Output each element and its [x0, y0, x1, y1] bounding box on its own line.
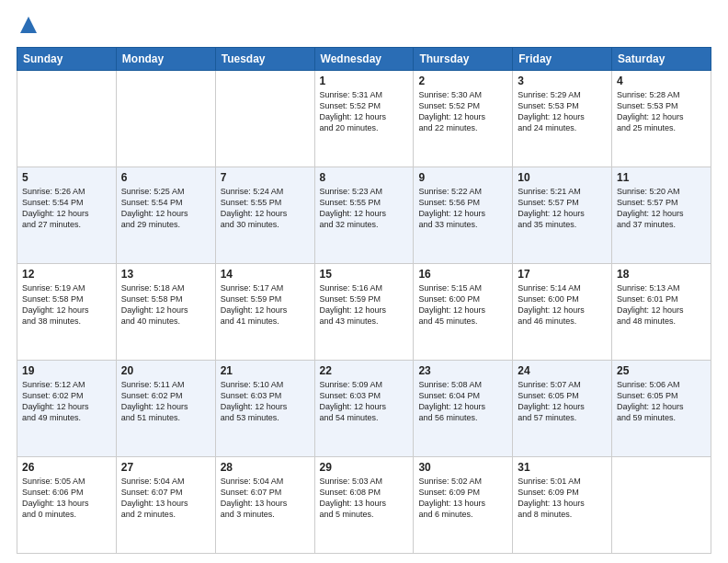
day-info: Sunrise: 5:16 AM Sunset: 5:59 PM Dayligh… [320, 282, 409, 327]
day-info: Sunrise: 5:04 AM Sunset: 6:07 PM Dayligh… [121, 476, 210, 521]
day-number: 12 [22, 268, 111, 281]
day-number: 29 [320, 461, 409, 474]
day-info: Sunrise: 5:21 AM Sunset: 5:57 PM Dayligh… [518, 186, 607, 231]
day-info: Sunrise: 5:05 AM Sunset: 6:06 PM Dayligh… [22, 476, 111, 521]
calendar-week-4: 26Sunrise: 5:05 AM Sunset: 6:06 PM Dayli… [17, 456, 711, 553]
calendar-cell: 20Sunrise: 5:11 AM Sunset: 6:02 PM Dayli… [116, 360, 215, 456]
calendar-cell: 8Sunrise: 5:23 AM Sunset: 5:55 PM Daylig… [314, 167, 414, 263]
day-info: Sunrise: 5:30 AM Sunset: 5:52 PM Dayligh… [418, 89, 507, 134]
calendar-cell: 25Sunrise: 5:06 AM Sunset: 6:05 PM Dayli… [612, 360, 711, 456]
day-number: 28 [221, 461, 310, 474]
calendar-cell: 1Sunrise: 5:31 AM Sunset: 5:52 PM Daylig… [314, 70, 414, 167]
calendar-cell: 12Sunrise: 5:19 AM Sunset: 5:58 PM Dayli… [17, 263, 117, 360]
day-info: Sunrise: 5:31 AM Sunset: 5:52 PM Dayligh… [320, 89, 409, 134]
day-info: Sunrise: 5:03 AM Sunset: 6:08 PM Dayligh… [320, 476, 409, 521]
calendar-cell: 24Sunrise: 5:07 AM Sunset: 6:05 PM Dayli… [513, 360, 612, 456]
day-info: Sunrise: 5:15 AM Sunset: 6:00 PM Dayligh… [418, 282, 507, 327]
day-info: Sunrise: 5:09 AM Sunset: 6:03 PM Dayligh… [320, 379, 409, 424]
calendar-cell: 2Sunrise: 5:30 AM Sunset: 5:52 PM Daylig… [414, 70, 513, 167]
day-info: Sunrise: 5:06 AM Sunset: 6:05 PM Dayligh… [617, 379, 706, 424]
day-number: 11 [617, 171, 706, 184]
page: SundayMondayTuesdayWednesdayThursdayFrid… [0, 0, 728, 563]
day-number: 18 [617, 268, 706, 281]
weekday-header-wednesday: Wednesday [314, 47, 414, 70]
day-info: Sunrise: 5:04 AM Sunset: 6:07 PM Dayligh… [221, 476, 310, 521]
calendar-cell: 11Sunrise: 5:20 AM Sunset: 5:57 PM Dayli… [612, 167, 711, 263]
calendar-cell: 31Sunrise: 5:01 AM Sunset: 6:09 PM Dayli… [513, 456, 612, 553]
calendar-cell: 14Sunrise: 5:17 AM Sunset: 5:59 PM Dayli… [215, 263, 314, 360]
calendar-cell: 28Sunrise: 5:04 AM Sunset: 6:07 PM Dayli… [215, 456, 314, 553]
weekday-header-friday: Friday [513, 47, 612, 70]
calendar-cell: 13Sunrise: 5:18 AM Sunset: 5:58 PM Dayli… [116, 263, 215, 360]
day-number: 23 [418, 364, 507, 377]
calendar-cell: 19Sunrise: 5:12 AM Sunset: 6:02 PM Dayli… [17, 360, 117, 456]
day-info: Sunrise: 5:17 AM Sunset: 5:59 PM Dayligh… [221, 282, 310, 327]
calendar-cell: 6Sunrise: 5:25 AM Sunset: 5:54 PM Daylig… [116, 167, 215, 263]
calendar-cell: 5Sunrise: 5:26 AM Sunset: 5:54 PM Daylig… [17, 167, 117, 263]
calendar-cell: 23Sunrise: 5:08 AM Sunset: 6:04 PM Dayli… [414, 360, 513, 456]
calendar-cell: 22Sunrise: 5:09 AM Sunset: 6:03 PM Dayli… [314, 360, 414, 456]
calendar-cell [17, 70, 117, 167]
calendar-cell: 7Sunrise: 5:24 AM Sunset: 5:55 PM Daylig… [215, 167, 314, 263]
calendar-cell: 21Sunrise: 5:10 AM Sunset: 6:03 PM Dayli… [215, 360, 314, 456]
day-number: 9 [418, 171, 507, 184]
day-number: 6 [121, 171, 210, 184]
calendar-cell: 30Sunrise: 5:02 AM Sunset: 6:09 PM Dayli… [414, 456, 513, 553]
day-info: Sunrise: 5:14 AM Sunset: 6:00 PM Dayligh… [518, 282, 607, 327]
weekday-header-tuesday: Tuesday [215, 47, 314, 70]
day-info: Sunrise: 5:25 AM Sunset: 5:54 PM Dayligh… [121, 186, 210, 231]
day-info: Sunrise: 5:22 AM Sunset: 5:56 PM Dayligh… [418, 186, 507, 231]
day-number: 5 [22, 171, 111, 184]
weekday-header-monday: Monday [116, 47, 215, 70]
calendar-cell [116, 70, 215, 167]
day-number: 20 [121, 364, 210, 377]
calendar-cell: 18Sunrise: 5:13 AM Sunset: 6:01 PM Dayli… [612, 263, 711, 360]
weekday-header-row: SundayMondayTuesdayWednesdayThursdayFrid… [17, 47, 711, 70]
day-number: 3 [518, 75, 607, 87]
day-number: 15 [320, 268, 409, 281]
day-number: 27 [121, 461, 210, 474]
day-number: 25 [617, 364, 706, 377]
calendar-cell: 4Sunrise: 5:28 AM Sunset: 5:53 PM Daylig… [612, 70, 711, 167]
logo [17, 18, 39, 40]
weekday-header-saturday: Saturday [612, 47, 711, 70]
day-info: Sunrise: 5:19 AM Sunset: 5:58 PM Dayligh… [22, 282, 111, 327]
day-info: Sunrise: 5:11 AM Sunset: 6:02 PM Dayligh… [121, 379, 210, 424]
header [17, 15, 711, 40]
day-info: Sunrise: 5:07 AM Sunset: 6:05 PM Dayligh… [518, 379, 607, 424]
day-number: 31 [518, 461, 607, 474]
day-info: Sunrise: 5:18 AM Sunset: 5:58 PM Dayligh… [121, 282, 210, 327]
calendar-cell: 27Sunrise: 5:04 AM Sunset: 6:07 PM Dayli… [116, 456, 215, 553]
day-info: Sunrise: 5:01 AM Sunset: 6:09 PM Dayligh… [518, 476, 607, 521]
day-number: 16 [418, 268, 507, 281]
day-number: 4 [617, 75, 706, 87]
day-number: 30 [418, 461, 507, 474]
day-number: 22 [320, 364, 409, 377]
day-number: 19 [22, 364, 111, 377]
svg-marker-0 [20, 17, 37, 33]
logo-icon [18, 15, 39, 35]
calendar-cell: 29Sunrise: 5:03 AM Sunset: 6:08 PM Dayli… [314, 456, 414, 553]
calendar-week-3: 19Sunrise: 5:12 AM Sunset: 6:02 PM Dayli… [17, 360, 711, 456]
calendar-week-1: 5Sunrise: 5:26 AM Sunset: 5:54 PM Daylig… [17, 167, 711, 263]
calendar-cell: 17Sunrise: 5:14 AM Sunset: 6:00 PM Dayli… [513, 263, 612, 360]
calendar-cell: 16Sunrise: 5:15 AM Sunset: 6:00 PM Dayli… [414, 263, 513, 360]
day-info: Sunrise: 5:02 AM Sunset: 6:09 PM Dayligh… [418, 476, 507, 521]
calendar-cell: 3Sunrise: 5:29 AM Sunset: 5:53 PM Daylig… [513, 70, 612, 167]
calendar-week-0: 1Sunrise: 5:31 AM Sunset: 5:52 PM Daylig… [17, 70, 711, 167]
day-info: Sunrise: 5:10 AM Sunset: 6:03 PM Dayligh… [221, 379, 310, 424]
calendar-cell: 15Sunrise: 5:16 AM Sunset: 5:59 PM Dayli… [314, 263, 414, 360]
day-info: Sunrise: 5:23 AM Sunset: 5:55 PM Dayligh… [320, 186, 409, 231]
day-number: 8 [320, 171, 409, 184]
logo-text [17, 18, 39, 40]
day-number: 10 [518, 171, 607, 184]
calendar-cell [215, 70, 314, 167]
day-info: Sunrise: 5:24 AM Sunset: 5:55 PM Dayligh… [221, 186, 310, 231]
day-info: Sunrise: 5:08 AM Sunset: 6:04 PM Dayligh… [418, 379, 507, 424]
day-number: 13 [121, 268, 210, 281]
day-info: Sunrise: 5:28 AM Sunset: 5:53 PM Dayligh… [617, 89, 706, 134]
day-info: Sunrise: 5:13 AM Sunset: 6:01 PM Dayligh… [617, 282, 706, 327]
day-number: 21 [221, 364, 310, 377]
day-info: Sunrise: 5:29 AM Sunset: 5:53 PM Dayligh… [518, 89, 607, 134]
calendar-cell [612, 456, 711, 553]
